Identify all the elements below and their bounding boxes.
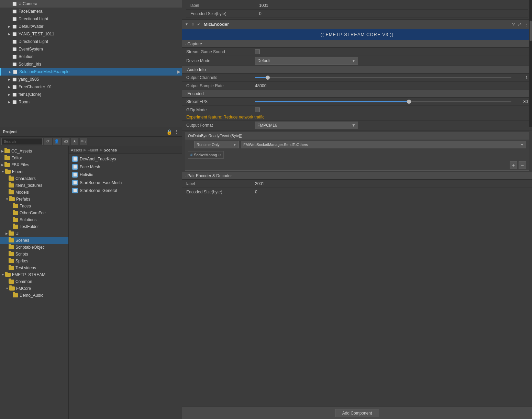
folder-prefabs[interactable]: ▼ Prefabs: [0, 196, 68, 203]
hierarchy-item-directional-light-2[interactable]: ⬜ Directional Light: [0, 38, 182, 45]
file-item-dev-anel[interactable]: ⬜ DevAnel_FaceKeys: [70, 155, 180, 163]
device-mode-dropdown[interactable]: Default ▼: [255, 57, 358, 65]
lock-icon[interactable]: 🔒: [166, 129, 172, 135]
folder-editor[interactable]: ▶ Editor: [0, 155, 68, 161]
chevron-down-icon: ▼: [520, 143, 524, 147]
scene-icon: ⬜: [72, 172, 78, 178]
top-value: 1001: [259, 3, 524, 8]
toolbar-btn-tag[interactable]: 🏷: [62, 138, 69, 145]
expand-icon: ▼: [5, 287, 9, 290]
audio-info-section-header[interactable]: - Audio Info: [182, 66, 532, 73]
stream-game-sound-checkbox[interactable]: [255, 49, 260, 54]
breadcrumb-scenes[interactable]: Scenes: [104, 148, 117, 152]
folder-fmetp-stream[interactable]: ▼ FMETP_STREAM: [0, 271, 68, 278]
folder-icon: [5, 170, 11, 174]
hierarchy-item-solution-iris[interactable]: ⬜ Solution_Iris: [0, 60, 182, 68]
hierarchy-item-yang-test[interactable]: ▶ ⬜ YANG_TEST_1011: [0, 30, 182, 38]
hierarchy-item-facecamera[interactable]: ⬜ FaceCamera: [0, 8, 182, 15]
output-channels-slider[interactable]: 1: [255, 75, 528, 80]
add-event-button[interactable]: +: [510, 161, 517, 169]
file-item-start-scene-face-mesh[interactable]: ⬜ StartScene_FaceMesh: [70, 179, 180, 186]
stream-fps-value: 30: [514, 99, 528, 104]
folder-faces[interactable]: ▶ Faces: [0, 203, 68, 210]
cube-icon: ⬜: [12, 99, 17, 105]
toolbar-btn-people[interactable]: 👤: [53, 138, 60, 145]
folder-test-videos[interactable]: ▶ Test videos: [0, 264, 68, 271]
hierarchy-item-directional-light-1[interactable]: ⬜ Directional Light: [0, 15, 182, 23]
target-icon[interactable]: ⊙: [218, 153, 221, 157]
help-icon[interactable]: ?: [512, 22, 515, 27]
file-item-holistic[interactable]: ⬜ Holistic: [70, 171, 180, 179]
tree-arrow-expand: ▶: [7, 84, 12, 89]
toolbar-btn-star[interactable]: ★: [71, 138, 78, 145]
event-handle: =: [188, 143, 192, 147]
folder-models[interactable]: ▶ Models: [0, 189, 68, 196]
encoded-size-label: Encoded Size(byte): [190, 11, 259, 16]
file-item-start-scene-general[interactable]: ⬜ StartScene_General: [70, 187, 180, 194]
folder-fluent[interactable]: ▼ Fluent: [0, 168, 68, 175]
project-toolbar: ⟳ 👤 🏷 ★ 👁 7: [0, 137, 182, 146]
folder-solutions[interactable]: ▶ Solutions: [0, 216, 68, 223]
toolbar-btn-filter[interactable]: 👁 7: [80, 138, 87, 145]
menu-dots-icon[interactable]: ⋮: [174, 129, 179, 135]
pair-section-header[interactable]: - Pair Encoder & Decoder: [182, 172, 532, 180]
folder-items-textures[interactable]: ▶ items_textures: [0, 182, 68, 189]
collapse-arrow[interactable]: ▼: [185, 22, 188, 26]
hierarchy-item-default-avatar[interactable]: ▶ ⬜ DefaultAvatar: [0, 23, 182, 30]
folder-scripts[interactable]: ▶ Scripts: [0, 251, 68, 258]
encoded-section-header[interactable]: - Encoded: [182, 90, 532, 98]
settings-icon[interactable]: ⇌: [518, 22, 522, 27]
project-header: Project 🔒 ⋮: [0, 127, 182, 137]
folder-other-cam-fee[interactable]: ▶ OtherCamFee: [0, 210, 68, 216]
experiment-text: Experiment feature: Reduce network traff…: [182, 114, 532, 121]
event-row: = Runtime Only ▼ FMWebSocketManager.Send…: [185, 139, 529, 150]
runtime-only-dropdown[interactable]: Runtime Only ▼: [194, 141, 239, 148]
output-format-value: FMPCM16: [257, 123, 277, 128]
folder-ui[interactable]: ▶ UI: [0, 230, 68, 237]
top-label: label: [190, 3, 259, 8]
hierarchy-item-uicamera[interactable]: ⬜ UICamera: [0, 0, 182, 8]
capture-section-header[interactable]: - Capture: [182, 40, 532, 48]
output-format-dropdown[interactable]: FMPCM16 ▼: [255, 122, 358, 129]
folder-fmcore[interactable]: ▼ FMCore: [0, 285, 68, 292]
stream-fps-slider[interactable]: 30: [255, 99, 528, 104]
hierarchy-item-solution-face-mesh[interactable]: ▶ ⬜ SolutionFaceMeshExample ▶: [0, 68, 182, 76]
folder-scenes[interactable]: ▶ Scenes: [0, 237, 68, 244]
remove-event-button[interactable]: −: [519, 161, 526, 169]
add-component-button[interactable]: Add Component: [335, 409, 379, 417]
runtime-only-value: Runtime Only: [197, 143, 220, 147]
hierarchy-item-event-system[interactable]: ⬜ EventSystem: [0, 45, 182, 53]
folder-fbx-files[interactable]: ▶ FBX Files: [0, 161, 68, 168]
search-input[interactable]: [1, 138, 43, 145]
folder-scriptable[interactable]: ▶ ScriptableObjec: [0, 244, 68, 251]
checkbox-enabled[interactable]: ✓: [197, 22, 200, 27]
slider-thumb[interactable]: [266, 76, 270, 80]
cube-icon: ⬜: [12, 46, 17, 52]
add-component-bar[interactable]: Add Component: [182, 407, 532, 419]
breadcrumb-assets[interactable]: Assets: [71, 148, 82, 152]
send-to-others-dropdown[interactable]: FMWebSocketManager.SendToOthers ▼: [241, 141, 526, 148]
folder-characters[interactable]: ▶ Characters: [0, 175, 68, 182]
hierarchy-item-yang-0905[interactable]: ▶ ⬜ yang_0905: [0, 76, 182, 83]
folder-demo-audio[interactable]: ▶ Demo_Audio: [0, 292, 68, 299]
hierarchy-label: Directional Light: [19, 39, 48, 44]
hierarchy-item-room[interactable]: ▶ ⬜ Room: [0, 98, 182, 106]
more-icon[interactable]: ⋮: [524, 22, 529, 27]
breadcrumb-fluent[interactable]: Fluent: [88, 148, 98, 152]
folder-label: Models: [15, 190, 29, 195]
folder-test-folder[interactable]: ▶ TestFolder: [0, 223, 68, 230]
hierarchy-item-solution[interactable]: ⬜ Solution: [0, 53, 182, 60]
tree-arrow: [7, 16, 12, 21]
folder-label: TestFolder: [20, 224, 39, 229]
folder-cc-assets[interactable]: ▶ CC_Assets: [0, 148, 68, 155]
toolbar-btn-refresh[interactable]: ⟳: [44, 138, 52, 145]
hierarchy-item-free-character[interactable]: ▶ ⬜ FreeCharacter_01: [0, 83, 182, 91]
hierarchy-item-fem1-clone[interactable]: ▶ ⬜ fem1(Clone): [0, 91, 182, 98]
folder-common[interactable]: ▶ Common: [0, 278, 68, 285]
folder-sprites[interactable]: ▶ Sprites: [0, 258, 68, 264]
folder-icon: [4, 149, 10, 153]
folder-icon: [13, 211, 18, 215]
gzip-mode-checkbox[interactable]: [255, 107, 260, 112]
file-item-face-mesh[interactable]: ⬜ Face Mesh: [70, 163, 180, 171]
slider-thumb[interactable]: [407, 100, 411, 104]
